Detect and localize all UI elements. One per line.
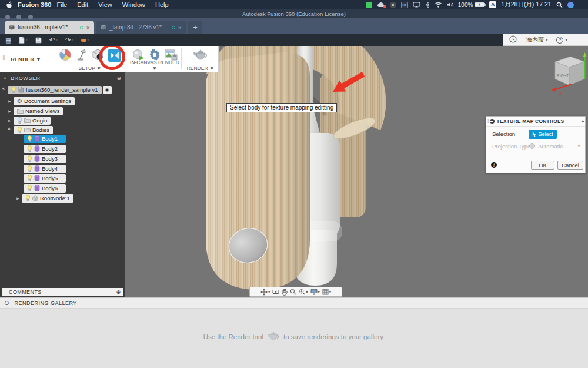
bulb-icon[interactable] bbox=[27, 135, 32, 142]
fit-tool[interactable]: ▾ bbox=[299, 289, 308, 295]
data-panel-grid-icon[interactable]: ▦ bbox=[5, 37, 11, 44]
save-button[interactable] bbox=[35, 37, 42, 44]
bulb-icon[interactable] bbox=[27, 155, 32, 163]
siri-icon[interactable] bbox=[567, 2, 574, 8]
in-canvas-render-group-label[interactable]: IN-CANVAS RENDER ▼ bbox=[128, 59, 181, 71]
ok-button[interactable]: OK bbox=[531, 161, 554, 170]
render-group-label[interactable]: RENDER ▼ bbox=[183, 65, 218, 71]
rendering-gallery-bar[interactable]: ⊖ RENDERING GALLERY bbox=[0, 297, 588, 309]
battery-indicator[interactable]: 100% bbox=[458, 2, 485, 8]
3d-viewport[interactable]: Select body for texture mapping editting… bbox=[125, 46, 588, 297]
gallery-toggle-icon[interactable]: ⊖ bbox=[4, 300, 9, 306]
capture-image-icon[interactable] bbox=[165, 49, 178, 61]
projection-type-value[interactable]: Automatic bbox=[538, 143, 563, 150]
menu-item-help[interactable]: Help bbox=[155, 1, 169, 8]
tree-row-body3[interactable]: Body3 bbox=[24, 154, 66, 163]
cancel-button[interactable]: Cancel bbox=[557, 161, 583, 170]
activate-component-radio[interactable]: ◉ bbox=[103, 86, 112, 94]
tab-close-icon[interactable]: × bbox=[178, 24, 182, 31]
twisty-icon[interactable]: ▶ bbox=[16, 196, 22, 200]
volume-icon[interactable] bbox=[447, 2, 453, 8]
window-minimize-button[interactable] bbox=[16, 15, 21, 19]
scene-settings-lamp-icon[interactable] bbox=[75, 49, 88, 61]
new-tab-button[interactable]: + bbox=[188, 21, 202, 34]
select-button[interactable]: Select bbox=[529, 130, 557, 139]
tab-close-icon[interactable]: × bbox=[86, 24, 90, 31]
menu-item-edit[interactable]: Edit bbox=[77, 1, 88, 8]
bluetooth-icon[interactable] bbox=[425, 2, 430, 8]
tree-row-rootnode[interactable]: ▶ RootNode:1 bbox=[16, 194, 74, 203]
tree-row-named-views[interactable]: ▶ Named Views bbox=[8, 107, 63, 115]
tree-row-body4[interactable]: Body4 bbox=[24, 164, 66, 173]
dialog-drag-grip-icon[interactable]: ⁞ bbox=[487, 118, 489, 124]
tree-row-origin[interactable]: ▶ Origin bbox=[8, 116, 51, 125]
onedrive-pause-icon[interactable]: II bbox=[390, 2, 396, 8]
marking-menu-button[interactable]: ▾ bbox=[81, 38, 89, 42]
bulb-icon[interactable] bbox=[27, 145, 32, 152]
bulb-icon[interactable] bbox=[25, 195, 31, 202]
display-settings-tool[interactable]: ▾ bbox=[310, 289, 320, 295]
twisty-icon[interactable]: ▶ bbox=[8, 99, 14, 103]
look-at-tool[interactable] bbox=[272, 289, 279, 295]
bulb-icon[interactable] bbox=[27, 165, 32, 173]
bulb-icon[interactable] bbox=[17, 117, 22, 124]
help-icon[interactable]: ? bbox=[556, 37, 563, 44]
appearance-icon[interactable] bbox=[59, 49, 71, 61]
tree-row-body6[interactable]: Body6 bbox=[24, 184, 66, 193]
workspace-switcher[interactable]: ‖ RENDER ▼ bbox=[0, 46, 52, 72]
comments-toggle-icon[interactable]: ⊕ bbox=[116, 289, 121, 295]
menu-item-view[interactable]: View bbox=[98, 1, 112, 8]
redo-button[interactable]: ↷ ▾ bbox=[65, 37, 74, 44]
pan-tool[interactable] bbox=[282, 289, 288, 296]
browser-header[interactable]: « BROWSER ⊖ bbox=[1, 74, 124, 82]
tree-row-document-settings[interactable]: ▶ ⚙ Document Settings bbox=[8, 97, 75, 105]
dropdown-caret-icon[interactable]: ▼ bbox=[577, 144, 581, 148]
line-app-icon[interactable] bbox=[366, 2, 372, 8]
panel-toggle-icon[interactable]: ⊖ bbox=[116, 75, 121, 81]
tree-row-body2[interactable]: Body2 bbox=[24, 144, 66, 153]
input-source-icon[interactable]: A bbox=[489, 1, 496, 8]
active-app-name[interactable]: Fusion 360 bbox=[18, 1, 51, 8]
comments-bar[interactable]: COMMENTS ⊕ bbox=[1, 287, 124, 296]
bulb-icon[interactable] bbox=[27, 175, 32, 182]
menu-item-file[interactable]: File bbox=[56, 1, 67, 8]
bi-status-icon[interactable]: BI bbox=[401, 2, 408, 8]
cloud-sync-icon[interactable] bbox=[377, 2, 385, 8]
menu-item-window[interactable]: Window bbox=[122, 1, 145, 8]
dialog-expand-icon[interactable]: ▸▸ bbox=[582, 119, 583, 124]
help-menu-caret-icon[interactable]: ▼ bbox=[564, 38, 567, 42]
user-menu-caret-icon[interactable]: ▼ bbox=[545, 38, 548, 42]
user-name[interactable]: 海内藤 bbox=[526, 36, 544, 44]
bulb-icon[interactable] bbox=[27, 185, 32, 192]
undo-button[interactable]: ↶ ▾ bbox=[49, 37, 58, 44]
window-close-button[interactable] bbox=[5, 15, 10, 19]
view-cube[interactable]: RIGHT X bbox=[546, 49, 588, 96]
tree-row-body5[interactable]: Body5 bbox=[24, 174, 66, 183]
render-teapot-icon[interactable] bbox=[193, 49, 208, 62]
collapse-panel-icon[interactable]: « bbox=[4, 75, 6, 81]
render-settings-gear-icon[interactable] bbox=[149, 49, 161, 61]
tree-row-body1[interactable]: Body1 bbox=[24, 134, 66, 143]
info-icon[interactable]: i bbox=[491, 162, 497, 168]
tree-row-root[interactable]: ▶ fusion360_render_sample v1 ◉ bbox=[2, 85, 112, 94]
twisty-icon[interactable]: ▶ bbox=[8, 109, 14, 113]
wifi-icon[interactable] bbox=[435, 2, 442, 8]
grid-snaps-tool[interactable]: ▾ bbox=[322, 289, 331, 295]
bulb-icon[interactable] bbox=[17, 127, 22, 134]
apple-menu-icon[interactable] bbox=[6, 1, 12, 9]
notification-center-icon[interactable]: ≡ bbox=[579, 1, 582, 8]
file-menu-button[interactable]: ▾ bbox=[19, 37, 27, 44]
tree-row-bodies[interactable]: ▶ Bodies bbox=[8, 125, 53, 134]
bulb-icon[interactable] bbox=[11, 87, 16, 94]
document-tab-active[interactable]: fusion36...mple v1* × bbox=[5, 21, 94, 34]
orbit-tool[interactable]: ▾ bbox=[260, 289, 270, 296]
dialog-handle-icon[interactable] bbox=[490, 119, 495, 124]
spotlight-search-icon[interactable] bbox=[556, 2, 563, 8]
menubar-clock[interactable]: 1月28日(月) 17 21 bbox=[501, 1, 551, 9]
zoom-tool[interactable] bbox=[290, 289, 296, 295]
window-zoom-button[interactable] bbox=[28, 15, 33, 19]
view-cube-face-label[interactable]: RIGHT bbox=[557, 74, 569, 78]
dialog-title-bar[interactable]: ⁞ TEXTURE MAP CONTROLS ▸▸ bbox=[486, 117, 585, 127]
display-mirroring-icon[interactable] bbox=[413, 2, 420, 8]
document-tab-inactive[interactable]: _lamp.8d...2736 v1* × bbox=[96, 21, 186, 34]
